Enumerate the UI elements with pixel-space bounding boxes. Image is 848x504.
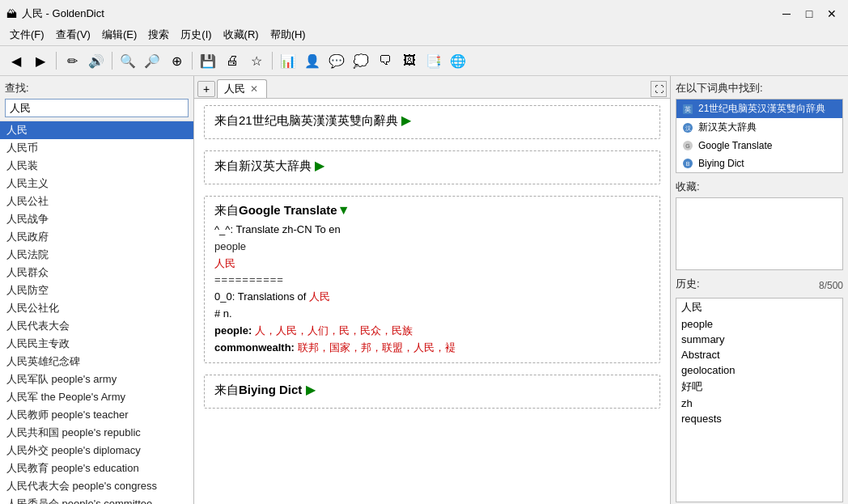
btn-image[interactable]: 🖼 [398, 49, 421, 72]
svg-text:汉: 汉 [685, 125, 691, 131]
window-title: 人民 - GoldenDict [22, 6, 104, 21]
tab-renmin[interactable]: 人民 ✕ [217, 79, 267, 98]
word-list-item[interactable]: 人民政府 [0, 228, 193, 246]
scan-button[interactable]: ✏ [61, 49, 83, 72]
add-tab-button[interactable]: + [197, 81, 215, 97]
menu-item-文件(F)[interactable]: 文件(F) [5, 26, 49, 44]
history-item[interactable]: requests [676, 411, 842, 426]
favorites-box [676, 197, 843, 270]
menu-item-搜索[interactable]: 搜索 [143, 26, 174, 44]
dict-icon: G [681, 139, 694, 152]
forward-button[interactable]: ▶ [29, 49, 52, 72]
titlebar: 🏔 人民 - GoldenDict ─ □ ✕ [0, 0, 848, 24]
search-input[interactable] [5, 99, 189, 117]
dict-header[interactable]: 来自Biying Dict ▶ [214, 382, 650, 398]
menu-item-收藏(R)[interactable]: 收藏(R) [218, 26, 264, 44]
dict-found-item[interactable]: 英21世纪电脑英汉漢英雙向辞典 [676, 100, 842, 118]
close-button[interactable]: ✕ [822, 5, 842, 23]
dict-section-google-translate: 来自Google Translate▼ ^_^: Translate zh-CN… [204, 196, 660, 363]
word-list: 人民人民币人民装人民主义人民公社人民战争人民政府人民法院人民群众人民防空人民公社… [0, 121, 193, 504]
dict-header[interactable]: 来自21世纪电脑英漢漢英雙向辭典 ▶ [214, 112, 650, 129]
btn-person[interactable]: 👤 [301, 49, 324, 72]
word-list-item[interactable]: 人民群众 [0, 264, 193, 282]
word-list-item[interactable]: 人民外交 people's diplomacy [0, 442, 193, 460]
toolbar: ◀ ▶ ✏ 🔊 🔍 🔎 ⊕ 💾 🖨 ☆ 📊 👤 💬 💭 🗨 🖼 📑 🌐 [0, 46, 848, 76]
tab-close-button[interactable]: ✕ [248, 83, 260, 95]
dict-header[interactable]: 来自新汉英大辞典 ▶ [214, 158, 650, 174]
dict-found-item[interactable]: 汉新汉英大辞典 [676, 118, 842, 137]
commonwealth-line: commonwealth: 联邦，国家，邦，联盟，人民，褆 [214, 340, 650, 357]
word-list-item[interactable]: 人民教育 people's education [0, 460, 193, 477]
word-list-item[interactable]: 人民公社 [0, 193, 193, 210]
dict-found-item[interactable]: GGoogle Translate [676, 137, 842, 155]
dict-found-label: Biying Dict [698, 158, 744, 169]
menu-item-历史(I)[interactable]: 历史(I) [176, 26, 216, 44]
svg-text:G: G [685, 143, 689, 149]
word-list-item[interactable]: 人民主义 [0, 175, 193, 193]
btn-chat3[interactable]: 🗨 [374, 49, 396, 72]
dict-found-label: 21世纪电脑英汉漢英雙向辞典 [698, 102, 825, 116]
toolbar-sep-1 [56, 52, 57, 70]
favorites-title: 收藏: [676, 180, 843, 194]
zoom-reset-button[interactable]: ⊕ [165, 49, 188, 72]
menu-item-帮助(H)[interactable]: 帮助(H) [265, 26, 311, 44]
minimize-button[interactable]: ─ [777, 5, 796, 23]
app-icon: 🏔 [6, 8, 17, 20]
btn-chat1[interactable]: 💬 [325, 49, 348, 72]
history-item[interactable]: summary [676, 332, 842, 347]
dict-content: ^_^: Translate zh-CN To en people 人民 ===… [214, 222, 650, 356]
word-list-item[interactable]: 人民委员会 people's committee [0, 495, 193, 504]
history-item[interactable]: 好吧 [676, 378, 842, 396]
word-list-item[interactable]: 人民民主专政 [0, 335, 193, 353]
dict-icon: 英 [681, 103, 694, 116]
history-item[interactable]: 人民 [676, 299, 842, 316]
dict-found-item[interactable]: BBiying Dict [676, 155, 842, 172]
word-list-item[interactable]: 人民共和国 people's republic [0, 424, 193, 442]
word-list-item[interactable]: 人民代表大会 people's congress [0, 477, 193, 495]
word-list-item[interactable]: 人民防空 [0, 282, 193, 299]
dict-section-biying-dict: 来自Biying Dict ▶ [204, 375, 660, 409]
menubar: 文件(F)查看(V)编辑(E)搜索历史(I)收藏(R)帮助(H) [0, 24, 848, 46]
word-list-item[interactable]: 人民装 [0, 157, 193, 175]
dict-icon: B [681, 157, 694, 170]
main-container: 查找: 人民人民币人民装人民主义人民公社人民战争人民政府人民法院人民群众人民防空… [0, 76, 848, 504]
word-list-item[interactable]: 人民 [0, 121, 193, 139]
translate-header: ^_^: Translate zh-CN To en [214, 222, 650, 239]
word-list-item[interactable]: 人民军 the People's Army [0, 388, 193, 406]
right-panel: 在以下词典中找到: 英21世纪电脑英汉漢英雙向辞典汉新汉英大辞典GGoogle … [670, 76, 848, 504]
menu-item-编辑(E)[interactable]: 编辑(E) [97, 26, 142, 44]
audio-button[interactable]: 🔊 [85, 49, 108, 72]
history-item[interactable]: zh [676, 396, 842, 411]
zoom-out-button[interactable]: 🔍 [117, 49, 139, 72]
menu-item-查看(V)[interactable]: 查看(V) [51, 26, 95, 44]
btn-chat2[interactable]: 💭 [350, 49, 372, 72]
zoom-in-button[interactable]: 🔎 [141, 49, 163, 72]
print-button[interactable]: 🖨 [221, 49, 244, 72]
dict-section-新汉英大辞典: 来自新汉英大辞典 ▶ [204, 150, 660, 184]
word-list-item[interactable]: 人民币 [0, 139, 193, 157]
word-list-item[interactable]: 人民代表大会 [0, 317, 193, 335]
word-list-item[interactable]: 人民教师 people's teacher [0, 406, 193, 424]
maximize-button[interactable]: □ [799, 5, 819, 23]
btn-doc[interactable]: 📑 [422, 49, 445, 72]
word-list-item[interactable]: 人民法院 [0, 246, 193, 264]
toolbar-sep-3 [192, 52, 193, 70]
word-list-item[interactable]: 人民公社化 [0, 299, 193, 317]
history-item[interactable]: geolocation [676, 362, 842, 378]
history-item[interactable]: people [676, 316, 842, 332]
history-item[interactable]: Abstract [676, 347, 842, 362]
chart-button[interactable]: 📊 [277, 49, 299, 72]
word-list-item[interactable]: 人民战争 [0, 210, 193, 228]
dict-found-label: Google Translate [698, 140, 772, 151]
btn-globe[interactable]: 🌐 [447, 49, 469, 72]
star-button[interactable]: ☆ [245, 49, 268, 72]
toolbar-sep-4 [272, 52, 273, 70]
pos-n: # n. [214, 306, 650, 323]
word-list-item[interactable]: 人民英雄纪念碑 [0, 353, 193, 371]
translations-header: 0_0: Translations of 人民 [214, 289, 650, 306]
word-list-item[interactable]: 人民军队 people's army [0, 371, 193, 388]
dict-header[interactable]: 来自Google Translate▼ [214, 203, 650, 218]
save-button[interactable]: 💾 [197, 49, 219, 72]
back-button[interactable]: ◀ [5, 49, 28, 72]
maximize-content-button[interactable]: ⛶ [651, 81, 667, 97]
